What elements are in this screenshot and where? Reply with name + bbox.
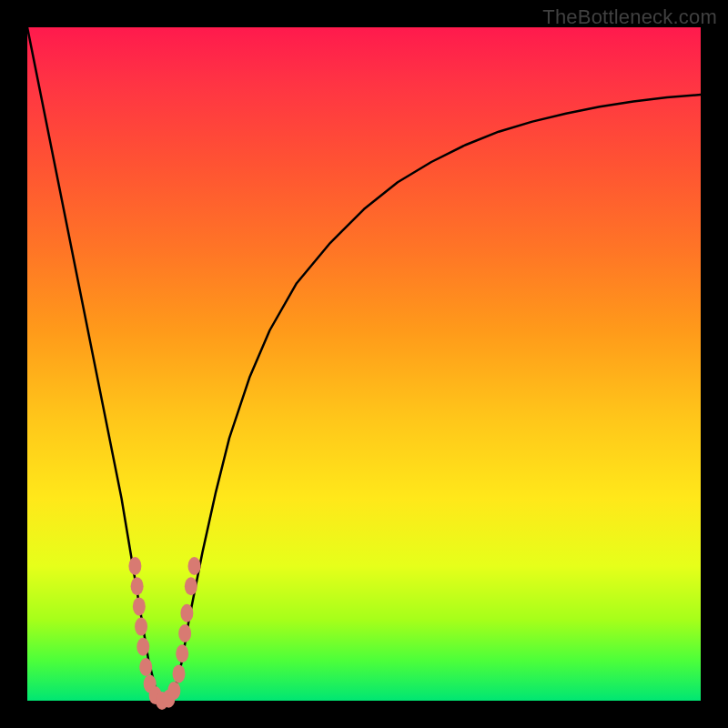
data-point	[180, 604, 193, 622]
curve-path	[27, 27, 701, 701]
data-point	[185, 577, 197, 595]
data-point	[167, 682, 180, 700]
watermark-text: TheBottleneck.com	[542, 5, 717, 29]
data-point-markers	[128, 557, 200, 710]
data-point	[139, 658, 152, 676]
data-point	[136, 638, 149, 656]
data-point	[173, 664, 186, 682]
data-point	[128, 557, 141, 575]
data-point	[178, 624, 191, 642]
chart-svg	[27, 27, 701, 701]
chart-frame: TheBottleneck.com	[0, 0, 728, 728]
data-point	[188, 557, 201, 575]
chart-plot-area	[27, 27, 701, 701]
bottleneck-curve	[27, 27, 701, 701]
data-point	[133, 597, 146, 615]
data-point	[131, 577, 144, 595]
data-point	[135, 618, 147, 636]
data-point	[176, 644, 188, 662]
